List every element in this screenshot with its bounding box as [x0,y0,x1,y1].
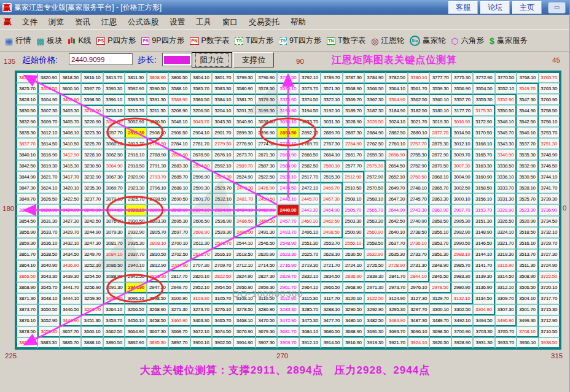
grid-cell[interactable]: 3559.30 [429,83,451,94]
grid-cell[interactable]: 3453.70 [103,315,125,326]
grid-cell[interactable]: 2901.70 [212,127,233,138]
grid-cell[interactable]: 3408.10 [60,127,81,138]
grid-cell[interactable]: 3691.30 [364,326,386,337]
grid-cell[interactable]: 3878.50 [16,326,37,337]
grid-cell[interactable]: 2863.30 [429,193,451,204]
grid-cell[interactable]: 3427.30 [60,216,81,227]
grid-cell[interactable]: 2508.10 [343,193,364,204]
grid-cell[interactable]: 2618.50 [233,249,255,260]
grid-cell[interactable]: 3036.10 [277,116,299,127]
grid-cell[interactable]: 3818.50 [60,72,81,83]
grid-cell[interactable]: 3357.70 [451,94,473,105]
grid-cell[interactable]: 2664.10 [321,149,342,160]
grid-cell[interactable]: 2457.70 [277,216,299,227]
grid-cell[interactable]: 3638.50 [37,249,59,260]
grid-cell[interactable]: 3715.30 [539,304,560,315]
grid-cell[interactable]: 3588.10 [168,83,190,94]
grid-cell[interactable]: 3465.70 [212,315,233,326]
grid-cell[interactable]: 2616.10 [212,249,233,260]
grid-cell[interactable]: 3321.70 [495,238,517,249]
grid-cell[interactable]: 2839.30 [364,271,386,282]
grid-cell[interactable]: 2510.50 [343,182,364,193]
grid-cell[interactable]: 3657.70 [60,326,81,337]
grid-cell[interactable]: 2620.90 [256,249,277,260]
grid-cell[interactable]: 3026.50 [364,116,386,127]
grid-cell[interactable]: 3912.10 [299,337,321,348]
toolbar-button-P数字表[interactable]: PNP数字表 [190,36,229,46]
grid-cell[interactable]: 3904.90 [233,337,255,348]
grid-cell[interactable]: 3300.10 [429,304,451,315]
support-button[interactable]: 支撑位 [233,52,274,67]
grid-cell[interactable]: 3088.90 [103,271,125,282]
grid-cell[interactable]: 3312.10 [495,282,517,293]
grid-cell[interactable]: 2512.90 [343,171,364,182]
grid-cell[interactable]: 3412.90 [60,149,81,160]
grid-cell[interactable]: 3885.70 [60,337,81,348]
grid-cell[interactable]: 3470.50 [256,315,277,326]
grid-cell[interactable]: 2714.50 [256,260,277,271]
grid-cell[interactable]: 3328.90 [495,204,517,215]
grid-cell[interactable]: 3336.10 [495,171,517,182]
grid-cell[interactable]: 2983.30 [451,271,473,282]
grid-cell[interactable]: 3573.70 [299,83,321,94]
grid-cell[interactable]: 3076.90 [103,216,125,227]
grid-cell[interactable]: 3254.50 [81,271,103,282]
grid-cell[interactable]: 2889.70 [321,127,342,138]
grid-cell[interactable]: 3556.90 [451,83,473,94]
grid-cell[interactable]: 3316.90 [495,260,517,271]
grid-cell[interactable]: 2692.90 [168,204,190,215]
grid-cell[interactable]: 3703.30 [473,326,494,337]
grid-cell[interactable]: 2985.70 [451,260,473,271]
grid-cell[interactable]: 3660.10 [81,326,103,337]
grid-cell[interactable]: 3676.90 [233,326,255,337]
grid-cell[interactable]: 2644.90 [386,204,407,215]
grid-cell[interactable]: 2810.50 [147,249,168,260]
minimize-button[interactable]: ▭ [548,2,566,13]
grid-cell[interactable]: 2623.30 [277,249,299,260]
grid-cell[interactable]: 2522.50 [256,171,277,182]
grid-cell[interactable]: 2870.50 [429,160,451,171]
grid-cell[interactable]: 3758.50 [539,105,560,116]
grid-cell[interactable]: 3650.50 [37,304,59,315]
grid-cell[interactable]: 3684.10 [299,326,321,337]
grid-cell[interactable]: 3084.10 [103,249,125,260]
grid-cell[interactable]: 3585.70 [190,83,212,94]
grid-cell[interactable]: 3002.50 [451,182,473,193]
grid-cell[interactable]: 3196.90 [277,105,299,116]
grid-cell[interactable]: 3024.10 [386,116,407,127]
grid-cell[interactable]: 2805.70 [147,227,168,238]
grid-cell[interactable]: 2546.50 [256,238,277,249]
grid-cell[interactable]: 3016.90 [451,116,473,127]
grid-cell[interactable]: 2947.30 [147,282,168,293]
grid-cell[interactable]: 2517.70 [299,171,321,182]
grid-cell[interactable]: 3352.90 [495,94,517,105]
grid-cell[interactable]: 3799.30 [233,72,255,83]
grid-cell[interactable]: 3487.30 [408,315,429,326]
menu-item[interactable]: 工具 [196,17,211,28]
grid-cell[interactable]: 2656.90 [386,149,407,160]
grid-cell[interactable]: 2800.90 [147,204,168,215]
grid-cell[interactable]: 3777.70 [429,72,451,83]
grid-cell[interactable]: 3009.70 [451,149,473,160]
grid-cell[interactable]: 2599.30 [190,182,212,193]
grid-cell[interactable]: 3909.70 [277,337,299,348]
grid-cell[interactable]: 2505.70 [343,204,364,215]
grid-cell[interactable]: 2592.10 [212,160,233,171]
grid-cell[interactable]: 3794.50 [277,72,299,83]
grid-cell[interactable]: 3532.90 [517,160,538,171]
grid-cell[interactable]: 2848.90 [429,260,451,271]
grid-cell[interactable]: 3170.50 [473,127,494,138]
grid-cell[interactable]: 3448.90 [60,315,81,326]
grid-cell[interactable]: 2548.90 [277,238,299,249]
grid-cell[interactable]: 2496.10 [299,227,321,238]
grid-cell[interactable]: 3933.70 [495,337,517,348]
grid-cell-center[interactable]: 2440.90 [277,204,299,215]
grid-cell[interactable]: 2606.50 [190,216,212,227]
grid-cell[interactable]: 3724.90 [539,260,560,271]
grid-cell[interactable]: 3033.70 [299,116,321,127]
grid-cell[interactable]: 3804.10 [190,72,212,83]
grid-cell[interactable]: 3720.10 [539,282,560,293]
grid-cell[interactable]: 2892.10 [299,127,321,138]
grid-cell[interactable]: 3000.10 [451,193,473,204]
grid-cell[interactable]: 3540.10 [517,127,538,138]
